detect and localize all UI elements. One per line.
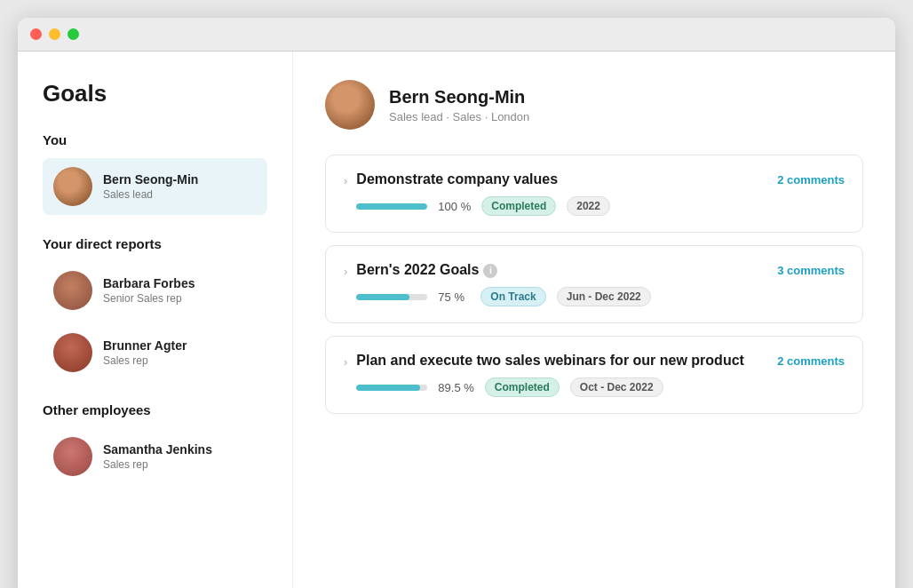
sidebar-item-samantha[interactable]: Samantha Jenkins Sales rep bbox=[43, 428, 267, 485]
avatar-brunner bbox=[53, 333, 92, 372]
goal-title-1: Bern's 2022 Goalsi bbox=[356, 262, 650, 278]
goal-card-header-1: › Bern's 2022 Goalsi 75 % On Track Jun -… bbox=[344, 262, 845, 306]
minimize-button[interactable] bbox=[49, 28, 60, 40]
progress-track-2 bbox=[356, 385, 427, 391]
goal-body-2: Plan and execute two sales webinars for … bbox=[356, 353, 744, 397]
app-window: Goals You Bern Seong-Min Sales lead Your… bbox=[18, 18, 895, 588]
profile-avatar bbox=[325, 80, 375, 130]
bern-name: Bern Seong-Min bbox=[103, 172, 198, 187]
goal-body-1: Bern's 2022 Goalsi 75 % On Track Jun - D… bbox=[356, 262, 650, 306]
chevron-icon-2[interactable]: › bbox=[344, 355, 347, 369]
goal-meta-1: 75 % On Track Jun - Dec 2022 bbox=[356, 287, 650, 306]
brunner-name: Brunner Agter bbox=[103, 338, 187, 353]
profile-info: Bern Seong-Min Sales lead · Sales · Lond… bbox=[389, 87, 529, 123]
brunner-info: Brunner Agter Sales rep bbox=[103, 338, 187, 367]
sidebar-you-section: You Bern Seong-Min Sales lead bbox=[43, 132, 267, 215]
progress-fill-1 bbox=[356, 294, 409, 300]
profile-header: Bern Seong-Min Sales lead · Sales · Lond… bbox=[325, 80, 863, 130]
goal-body-0: Demonstrate company values 100 % Complet… bbox=[356, 171, 610, 216]
sidebar-other-employees-section: Other employees Samantha Jenkins Sales r… bbox=[43, 402, 267, 485]
goal-right-2: 2 comments bbox=[777, 353, 845, 368]
close-button[interactable] bbox=[30, 28, 42, 40]
progress-fill-2 bbox=[356, 385, 420, 391]
sidebar-item-barbara[interactable]: Barbara Forbes Senior Sales rep bbox=[43, 262, 267, 319]
progress-track-0 bbox=[356, 203, 427, 210]
info-icon[interactable]: i bbox=[483, 264, 497, 278]
goal-left-1: › Bern's 2022 Goalsi 75 % On Track Jun -… bbox=[344, 262, 777, 306]
status-badge-2: Completed bbox=[485, 377, 560, 397]
other-employees-label: Other employees bbox=[43, 402, 267, 417]
app-body: Goals You Bern Seong-Min Sales lead Your… bbox=[18, 52, 895, 588]
profile-meta: Sales lead · Sales · London bbox=[389, 110, 529, 123]
goal-meta-0: 100 % Completed 2022 bbox=[356, 196, 610, 216]
goal-card-header-0: › Demonstrate company values 100 % Compl… bbox=[344, 171, 845, 216]
progress-pct-1: 75 % bbox=[438, 290, 470, 304]
you-label: You bbox=[43, 132, 267, 147]
brunner-role: Sales rep bbox=[103, 354, 187, 367]
goal-right-1: 3 comments bbox=[777, 262, 845, 277]
main-content: Bern Seong-Min Sales lead · Sales · Lond… bbox=[293, 52, 895, 588]
progress-pct-2: 89.5 % bbox=[438, 381, 473, 394]
status-badge-0: Completed bbox=[481, 196, 556, 216]
comments-link-2[interactable]: 2 comments bbox=[777, 354, 845, 368]
status-badge-1: On Track bbox=[480, 287, 545, 306]
progress-fill-0 bbox=[356, 203, 427, 210]
period-badge-2: Oct - Dec 2022 bbox=[570, 377, 663, 397]
period-badge-0: 2022 bbox=[567, 196, 610, 216]
sidebar: Goals You Bern Seong-Min Sales lead Your… bbox=[18, 52, 293, 588]
period-badge-1: Jun - Dec 2022 bbox=[557, 287, 651, 306]
titlebar bbox=[18, 18, 895, 52]
goal-right-0: 2 comments bbox=[777, 171, 845, 187]
avatar-samantha bbox=[53, 437, 92, 476]
progress-pct-0: 100 % bbox=[438, 200, 471, 213]
direct-reports-label: Your direct reports bbox=[43, 236, 267, 251]
maximize-button[interactable] bbox=[67, 28, 79, 40]
samantha-name: Samantha Jenkins bbox=[103, 442, 212, 457]
profile-name: Bern Seong-Min bbox=[389, 87, 529, 107]
progress-track-1 bbox=[356, 294, 427, 300]
goal-cards-container: › Demonstrate company values 100 % Compl… bbox=[325, 155, 863, 414]
sidebar-item-bern[interactable]: Bern Seong-Min Sales lead bbox=[43, 158, 267, 215]
goal-card-header-2: › Plan and execute two sales webinars fo… bbox=[344, 353, 845, 397]
samantha-info: Samantha Jenkins Sales rep bbox=[103, 442, 212, 471]
goal-left-2: › Plan and execute two sales webinars fo… bbox=[344, 353, 777, 397]
goal-meta-2: 89.5 % Completed Oct - Dec 2022 bbox=[356, 377, 744, 397]
goal-card-2: › Plan and execute two sales webinars fo… bbox=[325, 336, 863, 414]
barbara-name: Barbara Forbes bbox=[103, 276, 195, 290]
goal-left-0: › Demonstrate company values 100 % Compl… bbox=[344, 171, 777, 216]
bern-info: Bern Seong-Min Sales lead bbox=[103, 172, 198, 201]
sidebar-direct-reports-section: Your direct reports Barbara Forbes Senio… bbox=[43, 236, 267, 381]
avatar-bern-sidebar bbox=[53, 167, 92, 206]
sidebar-item-brunner[interactable]: Brunner Agter Sales rep bbox=[43, 324, 267, 381]
goal-card-0: › Demonstrate company values 100 % Compl… bbox=[325, 155, 863, 233]
chevron-icon-1[interactable]: › bbox=[344, 265, 347, 278]
samantha-role: Sales rep bbox=[103, 458, 212, 471]
goal-title-2: Plan and execute two sales webinars for … bbox=[356, 353, 744, 369]
comments-link-0[interactable]: 2 comments bbox=[777, 173, 845, 187]
chevron-icon-0[interactable]: › bbox=[344, 174, 347, 187]
barbara-info: Barbara Forbes Senior Sales rep bbox=[103, 276, 195, 305]
barbara-role: Senior Sales rep bbox=[103, 292, 195, 305]
bern-role: Sales lead bbox=[103, 188, 198, 201]
comments-link-1[interactable]: 3 comments bbox=[777, 264, 845, 277]
goal-card-1: › Bern's 2022 Goalsi 75 % On Track Jun -… bbox=[325, 245, 863, 323]
page-title: Goals bbox=[43, 80, 267, 107]
goal-title-0: Demonstrate company values bbox=[356, 171, 610, 187]
avatar-barbara bbox=[53, 271, 92, 310]
